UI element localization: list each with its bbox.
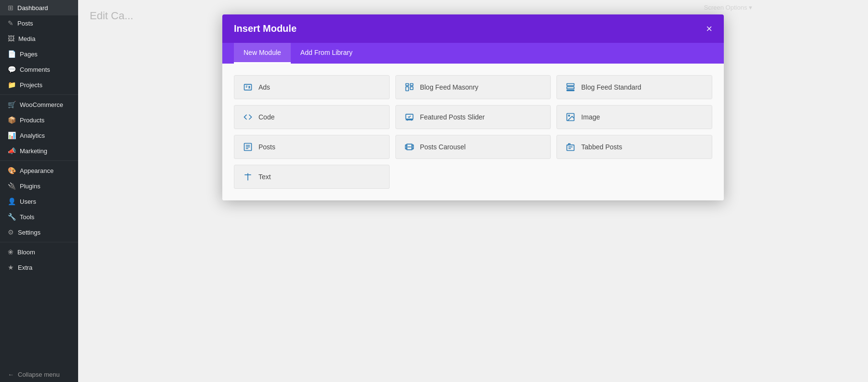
sidebar-item-users[interactable]: 👤 Users [0,194,78,209]
tools-icon: 🔧 [8,213,16,221]
dashboard-icon: ⊞ [8,4,14,12]
sidebar-item-settings[interactable]: ⚙ Settings [0,224,78,240]
modal-tabs: New Module Add From Library [222,43,724,64]
marketing-icon: 📣 [8,147,16,155]
pages-icon: 📄 [8,50,16,58]
sidebar-item-tools[interactable]: 🔧 Tools [0,209,78,224]
sidebar-item-extra[interactable]: ★ Extra [0,260,78,275]
ads-icon [243,82,253,92]
modal-wrapper: Insert Module × New Module Add From Libr… [78,0,868,382]
svg-rect-19 [567,145,574,151]
svg-rect-3 [406,87,408,91]
media-icon: 🖼 [8,35,14,42]
insert-module-modal: Insert Module × New Module Add From Libr… [222,14,724,200]
modal-title: Insert Module [234,23,297,34]
module-code[interactable]: Code [234,105,390,129]
image-icon [566,112,575,122]
module-tabbed-posts[interactable]: Tabbed Posts [556,135,712,159]
blog-masonry-icon [405,82,414,92]
sidebar-item-plugins[interactable]: 🔌 Plugins [0,178,78,194]
tabbed-posts-icon [566,142,575,152]
svg-rect-6 [567,87,574,89]
module-blog-feed-standard[interactable]: Blog Feed Standard [556,75,712,99]
plugins-icon: 🔌 [8,182,16,190]
module-image[interactable]: Image [556,105,712,129]
settings-icon: ⚙ [8,228,14,236]
posts-module-icon [243,142,253,152]
svg-point-10 [569,115,570,117]
module-blog-feed-masonry[interactable]: Blog Feed Masonry [395,75,551,99]
module-ads[interactable]: Ads [234,75,390,99]
products-icon: 📦 [8,116,16,124]
main-content: Screen Options ▾ Edit Ca... Insert Modul… [78,0,868,382]
modal-close-button[interactable]: × [706,24,712,34]
blog-standard-icon [566,82,575,92]
sidebar-item-media[interactable]: 🖼 Media [0,31,78,46]
module-grid: Ads Blog Feed Masonry [234,75,712,189]
module-blog-feed-standard-label: Blog Feed Standard [581,83,641,91]
sidebar-item-pages[interactable]: 📄 Pages [0,46,78,62]
module-ads-label: Ads [258,83,270,91]
module-blog-feed-masonry-label: Blog Feed Masonry [420,83,478,91]
sidebar-item-projects[interactable]: 📁 Projects [0,77,78,92]
modal-body: Ads Blog Feed Masonry [222,64,724,200]
sidebar-item-products[interactable]: 📦 Products [0,112,78,128]
module-featured-posts-slider-label: Featured Posts Slider [420,113,485,121]
module-posts-carousel-label: Posts Carousel [420,143,466,151]
module-text-label: Text [258,173,271,181]
module-text[interactable]: Text [234,165,390,189]
svg-rect-5 [567,84,574,86]
module-image-label: Image [581,113,600,121]
sidebar-item-bloom[interactable]: ❀ Bloom [0,244,78,260]
extra-icon: ★ [8,263,14,271]
svg-rect-1 [406,84,408,86]
svg-rect-4 [410,87,413,90]
woocommerce-icon: 🛒 [8,101,16,108]
users-icon: 👤 [8,198,16,205]
sidebar-item-posts[interactable]: ✎ Posts [0,15,78,31]
sidebar-item-analytics[interactable]: 📊 Analytics [0,128,78,143]
sidebar-item-dashboard[interactable]: ⊞ Dashboard [0,0,78,15]
module-posts[interactable]: Posts [234,135,390,159]
module-featured-posts-slider[interactable]: Featured Posts Slider [395,105,551,129]
comments-icon: 💬 [8,66,16,73]
svg-rect-0 [244,84,252,90]
posts-icon: ✎ [8,19,14,27]
tab-add-from-library[interactable]: Add From Library [291,43,362,64]
svg-rect-7 [567,90,574,91]
bloom-icon: ❀ [8,248,14,256]
text-icon [243,172,253,182]
sidebar: ⊞ Dashboard ✎ Posts 🖼 Media 📄 Pages 💬 Co… [0,0,78,382]
module-posts-carousel[interactable]: Posts Carousel [395,135,551,159]
module-code-label: Code [258,113,274,121]
posts-carousel-icon [405,142,414,152]
projects-icon: 📁 [8,81,16,89]
collapse-menu-button[interactable]: ← Collapse menu [0,367,78,382]
collapse-icon: ← [8,371,14,378]
sidebar-item-marketing[interactable]: 📣 Marketing [0,143,78,158]
sidebar-item-comments[interactable]: 💬 Comments [0,62,78,77]
appearance-icon: 🎨 [8,167,16,174]
code-icon [243,112,253,122]
sidebar-item-woocommerce[interactable]: 🛒 WooCommerce [0,97,78,112]
module-posts-label: Posts [258,143,275,151]
module-tabbed-posts-label: Tabbed Posts [581,143,622,151]
sidebar-item-appearance[interactable]: 🎨 Appearance [0,163,78,178]
modal-header: Insert Module × [222,14,724,43]
svg-rect-2 [410,84,413,86]
featured-slider-icon [405,112,414,122]
tab-new-module[interactable]: New Module [234,43,291,64]
analytics-icon: 📊 [8,132,16,139]
